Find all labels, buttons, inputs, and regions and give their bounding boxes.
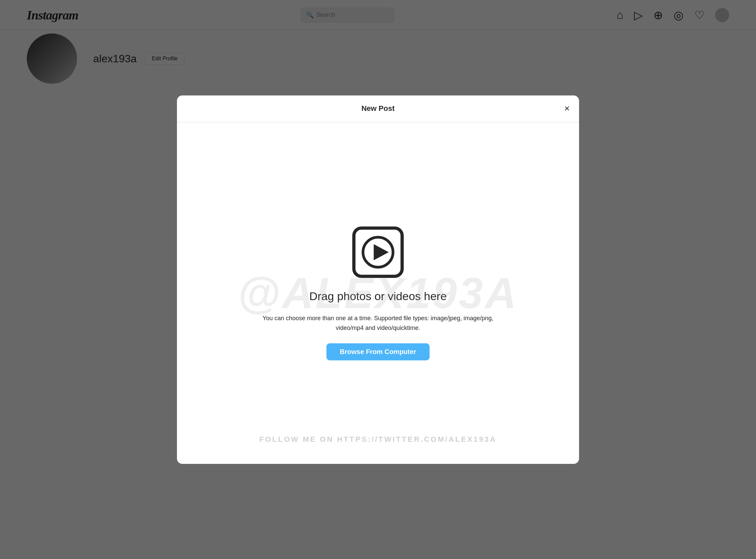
modal-body: @ALEX193A Drag photos or videos here <box>177 122 579 464</box>
modal-header: New Post × <box>177 95 579 122</box>
media-icon-container <box>348 225 408 279</box>
modal-overlay: New Post × @ALEX193A <box>0 0 756 559</box>
video-icon <box>348 225 408 279</box>
close-button[interactable]: × <box>564 104 570 113</box>
new-post-modal: New Post × @ALEX193A <box>177 95 579 464</box>
modal-footer-watermark: FOLLOW ME ON HTTPS://TWITTER.COM/ALEX193… <box>259 435 497 444</box>
drag-title: Drag photos or videos here <box>309 290 447 303</box>
modal-title: New Post <box>361 104 394 113</box>
browse-from-computer-button[interactable]: Browse From Computer <box>326 343 430 360</box>
drag-subtitle: You can choose more than one at a time. … <box>261 313 495 333</box>
